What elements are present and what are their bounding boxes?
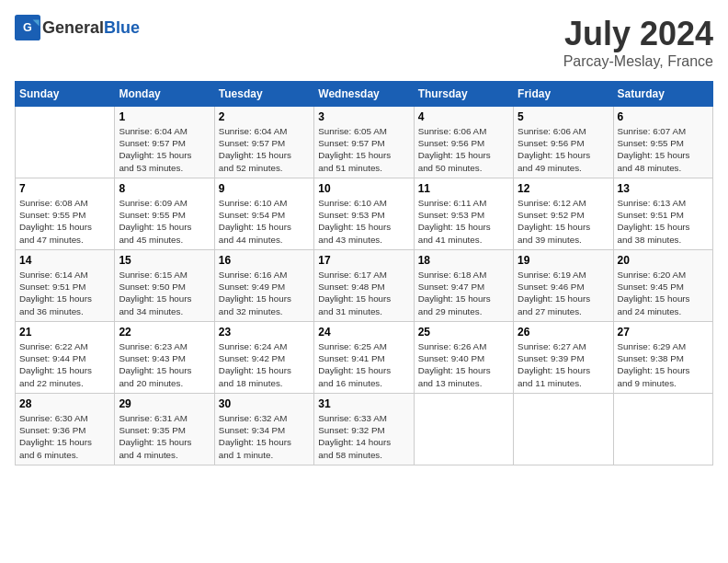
- day-number: 27: [618, 326, 709, 339]
- calendar-container: G GeneralBlue July 2024 Parcay-Meslay, F…: [0, 0, 728, 473]
- day-number: 30: [219, 397, 310, 410]
- logo-icon: G: [15, 15, 40, 40]
- day-info: Sunrise: 6:07 AM Sunset: 9:55 PM Dayligh…: [618, 125, 709, 174]
- day-info: Sunrise: 6:26 AM Sunset: 9:40 PM Dayligh…: [418, 340, 509, 389]
- week-row-4: 21Sunrise: 6:22 AM Sunset: 9:44 PM Dayli…: [16, 322, 713, 394]
- day-number: 17: [318, 254, 409, 267]
- day-cell: 24Sunrise: 6:25 AM Sunset: 9:41 PM Dayli…: [314, 322, 414, 394]
- logo: G GeneralBlue: [15, 15, 140, 40]
- day-info: Sunrise: 6:17 AM Sunset: 9:48 PM Dayligh…: [318, 269, 409, 317]
- day-cell: 30Sunrise: 6:32 AM Sunset: 9:34 PM Dayli…: [214, 394, 313, 465]
- day-number: 23: [219, 326, 310, 339]
- day-info: Sunrise: 6:19 AM Sunset: 9:46 PM Dayligh…: [518, 269, 609, 317]
- day-info: Sunrise: 6:15 AM Sunset: 9:50 PM Dayligh…: [119, 269, 210, 317]
- day-cell: 16Sunrise: 6:16 AM Sunset: 9:49 PM Dayli…: [214, 250, 313, 322]
- day-cell: 14Sunrise: 6:14 AM Sunset: 9:51 PM Dayli…: [16, 250, 115, 322]
- logo-general: General: [42, 18, 104, 37]
- day-number: 3: [318, 110, 409, 123]
- week-row-1: 1Sunrise: 6:04 AM Sunset: 9:57 PM Daylig…: [16, 107, 713, 178]
- day-info: Sunrise: 6:04 AM Sunset: 9:57 PM Dayligh…: [219, 125, 310, 174]
- day-cell: 23Sunrise: 6:24 AM Sunset: 9:42 PM Dayli…: [214, 322, 313, 394]
- day-info: Sunrise: 6:29 AM Sunset: 9:38 PM Dayligh…: [618, 340, 709, 389]
- day-cell: 11Sunrise: 6:11 AM Sunset: 9:53 PM Dayli…: [414, 178, 513, 250]
- day-cell: 18Sunrise: 6:18 AM Sunset: 9:47 PM Dayli…: [414, 250, 513, 322]
- col-friday: Friday: [514, 82, 613, 107]
- week-row-3: 14Sunrise: 6:14 AM Sunset: 9:51 PM Dayli…: [16, 250, 713, 322]
- day-cell: 13Sunrise: 6:13 AM Sunset: 9:51 PM Dayli…: [613, 178, 712, 250]
- day-info: Sunrise: 6:20 AM Sunset: 9:45 PM Dayligh…: [618, 269, 709, 317]
- svg-text:G: G: [23, 21, 32, 34]
- day-cell: 31Sunrise: 6:33 AM Sunset: 9:32 PM Dayli…: [314, 394, 414, 465]
- day-number: 13: [618, 182, 709, 195]
- calendar-body: 1Sunrise: 6:04 AM Sunset: 9:57 PM Daylig…: [16, 107, 713, 465]
- day-info: Sunrise: 6:10 AM Sunset: 9:54 PM Dayligh…: [219, 197, 310, 246]
- day-cell: 21Sunrise: 6:22 AM Sunset: 9:44 PM Dayli…: [16, 322, 115, 394]
- day-info: Sunrise: 6:06 AM Sunset: 9:56 PM Dayligh…: [418, 125, 509, 174]
- day-cell: 3Sunrise: 6:05 AM Sunset: 9:57 PM Daylig…: [314, 107, 414, 178]
- day-info: Sunrise: 6:06 AM Sunset: 9:56 PM Dayligh…: [518, 125, 609, 174]
- col-wednesday: Wednesday: [314, 82, 414, 107]
- day-cell: 10Sunrise: 6:10 AM Sunset: 9:53 PM Dayli…: [314, 178, 414, 250]
- day-number: 6: [618, 110, 709, 123]
- day-cell: [613, 394, 712, 465]
- col-saturday: Saturday: [613, 82, 712, 107]
- day-cell: 6Sunrise: 6:07 AM Sunset: 9:55 PM Daylig…: [613, 107, 712, 178]
- calendar-table: Sunday Monday Tuesday Wednesday Thursday…: [15, 81, 713, 465]
- day-cell: [16, 107, 115, 178]
- day-cell: 1Sunrise: 6:04 AM Sunset: 9:57 PM Daylig…: [115, 107, 214, 178]
- day-number: 9: [219, 182, 310, 195]
- day-cell: [514, 394, 613, 465]
- day-cell: 15Sunrise: 6:15 AM Sunset: 9:50 PM Dayli…: [115, 250, 214, 322]
- day-number: 12: [518, 182, 609, 195]
- month-title: July 2024: [563, 15, 713, 53]
- day-info: Sunrise: 6:24 AM Sunset: 9:42 PM Dayligh…: [219, 340, 310, 389]
- day-number: 22: [119, 326, 210, 339]
- day-cell: 7Sunrise: 6:08 AM Sunset: 9:55 PM Daylig…: [16, 178, 115, 250]
- week-row-2: 7Sunrise: 6:08 AM Sunset: 9:55 PM Daylig…: [16, 178, 713, 250]
- day-info: Sunrise: 6:11 AM Sunset: 9:53 PM Dayligh…: [418, 197, 509, 246]
- day-number: 21: [19, 326, 110, 339]
- day-info: Sunrise: 6:04 AM Sunset: 9:57 PM Dayligh…: [119, 125, 210, 174]
- day-number: 24: [318, 326, 409, 339]
- day-info: Sunrise: 6:31 AM Sunset: 9:35 PM Dayligh…: [119, 412, 210, 461]
- day-number: 5: [518, 110, 609, 123]
- day-cell: 25Sunrise: 6:26 AM Sunset: 9:40 PM Dayli…: [414, 322, 513, 394]
- day-number: 11: [418, 182, 509, 195]
- day-cell: [414, 394, 513, 465]
- day-cell: 17Sunrise: 6:17 AM Sunset: 9:48 PM Dayli…: [314, 250, 414, 322]
- day-info: Sunrise: 6:18 AM Sunset: 9:47 PM Dayligh…: [418, 269, 509, 317]
- day-cell: 12Sunrise: 6:12 AM Sunset: 9:52 PM Dayli…: [514, 178, 613, 250]
- col-tuesday: Tuesday: [214, 82, 313, 107]
- header: G GeneralBlue July 2024 Parcay-Meslay, F…: [15, 15, 713, 70]
- day-info: Sunrise: 6:10 AM Sunset: 9:53 PM Dayligh…: [318, 197, 409, 246]
- day-number: 29: [119, 397, 210, 410]
- day-number: 19: [518, 254, 609, 267]
- day-number: 20: [618, 254, 709, 267]
- col-monday: Monday: [115, 82, 214, 107]
- day-info: Sunrise: 6:22 AM Sunset: 9:44 PM Dayligh…: [19, 340, 110, 389]
- day-number: 8: [119, 182, 210, 195]
- day-number: 4: [418, 110, 509, 123]
- day-cell: 8Sunrise: 6:09 AM Sunset: 9:55 PM Daylig…: [115, 178, 214, 250]
- day-number: 16: [219, 254, 310, 267]
- day-info: Sunrise: 6:08 AM Sunset: 9:55 PM Dayligh…: [19, 197, 110, 246]
- day-number: 18: [418, 254, 509, 267]
- logo-text: GeneralBlue: [42, 18, 140, 38]
- day-info: Sunrise: 6:23 AM Sunset: 9:43 PM Dayligh…: [119, 340, 210, 389]
- logo-blue: Blue: [104, 18, 140, 37]
- week-row-5: 28Sunrise: 6:30 AM Sunset: 9:36 PM Dayli…: [16, 394, 713, 465]
- day-number: 10: [318, 182, 409, 195]
- day-cell: 19Sunrise: 6:19 AM Sunset: 9:46 PM Dayli…: [514, 250, 613, 322]
- day-info: Sunrise: 6:09 AM Sunset: 9:55 PM Dayligh…: [119, 197, 210, 246]
- day-info: Sunrise: 6:14 AM Sunset: 9:51 PM Dayligh…: [19, 269, 110, 317]
- day-cell: 28Sunrise: 6:30 AM Sunset: 9:36 PM Dayli…: [16, 394, 115, 465]
- day-cell: 26Sunrise: 6:27 AM Sunset: 9:39 PM Dayli…: [514, 322, 613, 394]
- day-info: Sunrise: 6:13 AM Sunset: 9:51 PM Dayligh…: [618, 197, 709, 246]
- day-info: Sunrise: 6:27 AM Sunset: 9:39 PM Dayligh…: [518, 340, 609, 389]
- day-info: Sunrise: 6:32 AM Sunset: 9:34 PM Dayligh…: [219, 412, 310, 461]
- day-info: Sunrise: 6:25 AM Sunset: 9:41 PM Dayligh…: [318, 340, 409, 389]
- day-info: Sunrise: 6:12 AM Sunset: 9:52 PM Dayligh…: [518, 197, 609, 246]
- header-row: Sunday Monday Tuesday Wednesday Thursday…: [16, 82, 713, 107]
- day-number: 15: [119, 254, 210, 267]
- day-info: Sunrise: 6:16 AM Sunset: 9:49 PM Dayligh…: [219, 269, 310, 317]
